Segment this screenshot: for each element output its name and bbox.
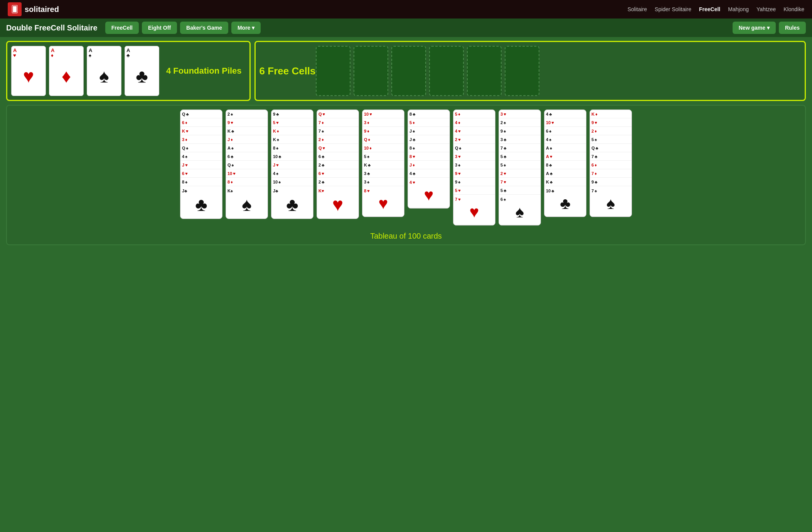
tableau-card[interactable]: 9♥ bbox=[590, 118, 632, 127]
tableau-card[interactable]: Q♠ bbox=[453, 144, 495, 152]
tableau-card[interactable]: 3♦ bbox=[180, 135, 222, 144]
tableau-card[interactable]: 10♣ bbox=[271, 152, 313, 161]
tableau-card[interactable]: A♥ bbox=[544, 152, 586, 161]
tableau-card[interactable]: A♠ bbox=[226, 144, 268, 152]
tableau-card[interactable]: 2♦ bbox=[590, 127, 632, 135]
free-cell-slot-4[interactable] bbox=[429, 46, 464, 96]
tableau-card[interactable]: 5♠ bbox=[590, 135, 632, 144]
column-cards-2[interactable]: 2♠9♥K♣J♦A♠6♣Q♠10♥8♦K♠♠ bbox=[226, 109, 268, 219]
rules-button[interactable]: Rules bbox=[779, 22, 806, 34]
tableau-card[interactable]: 4♣ bbox=[408, 169, 450, 178]
foundation-card-clubs[interactable]: A♣ ♣ bbox=[125, 46, 159, 96]
nav-link-klondike[interactable]: Klondike bbox=[783, 6, 804, 12]
tableau-card[interactable]: Q♣ bbox=[180, 110, 222, 118]
tableau-card[interactable]: 4♠ bbox=[544, 135, 586, 144]
tableau-card[interactable]: J♥ bbox=[271, 161, 313, 169]
tableau-card[interactable]: Q♥ bbox=[317, 144, 359, 152]
tableau-card[interactable]: Q♠ bbox=[226, 161, 268, 169]
tableau-card[interactable]: J♣ bbox=[408, 135, 450, 144]
tableau-card[interactable]: 7♦ bbox=[590, 169, 632, 178]
tableau-card[interactable]: 8♠ bbox=[180, 178, 222, 186]
tableau-card[interactable]: 9♠ bbox=[499, 127, 541, 135]
tableau-card[interactable]: 10♥ bbox=[544, 118, 586, 127]
foundation-card-hearts[interactable]: A♥ ♥ bbox=[11, 46, 46, 96]
tableau-card[interactable]: K♥ bbox=[180, 127, 222, 135]
nav-link-solitaire[interactable]: Solitaire bbox=[627, 6, 647, 12]
tableau-card[interactable]: 7♥♥ bbox=[453, 195, 495, 225]
nav-link-spider[interactable]: Spider Solitaire bbox=[655, 6, 691, 12]
tableau-card[interactable]: 6♠♠ bbox=[499, 195, 541, 225]
freecell-button[interactable]: FreeCell bbox=[105, 22, 139, 34]
tableau-card[interactable]: K♠♠ bbox=[226, 186, 268, 219]
column-cards-3[interactable]: 9♣5♥K♦K♠8♠10♣J♥4♠10♠J♣♣ bbox=[271, 109, 313, 219]
free-cell-slot-3[interactable] bbox=[391, 46, 426, 96]
tableau-card[interactable]: 2♥ bbox=[499, 169, 541, 178]
tableau-card[interactable]: 6♥ bbox=[317, 169, 359, 178]
tableau-card[interactable]: 2♦ bbox=[317, 135, 359, 144]
tableau-card[interactable]: 3♥ bbox=[453, 152, 495, 161]
foundation-card-diamonds[interactable]: A♦ ♦ bbox=[49, 46, 84, 96]
tableau-card[interactable]: 8♥ bbox=[408, 152, 450, 161]
tableau-card[interactable]: 5♠ bbox=[499, 161, 541, 169]
tableau-card[interactable]: 8♣ bbox=[408, 110, 450, 118]
tableau-card[interactable]: 8♠ bbox=[408, 144, 450, 152]
nav-link-freecell[interactable]: FreeCell bbox=[699, 6, 720, 12]
tableau-card[interactable]: 8♥♥ bbox=[362, 186, 404, 217]
tableau-card[interactable]: 7♦ bbox=[317, 118, 359, 127]
tableau-card[interactable]: 5♣ bbox=[499, 186, 541, 195]
tableau-card[interactable]: 10♥ bbox=[362, 110, 404, 118]
tableau-card[interactable]: Q♥ bbox=[317, 110, 359, 118]
tableau-card[interactable]: 4♠ bbox=[180, 152, 222, 161]
tableau-card[interactable]: K♣ bbox=[362, 161, 404, 169]
tableau-card[interactable]: 9♠ bbox=[453, 178, 495, 186]
column-cards-8[interactable]: 3♥2♠9♠3♣7♣5♣5♠2♥7♥5♣6♠♠ bbox=[499, 109, 541, 226]
tableau-card[interactable]: Q♣ bbox=[590, 144, 632, 152]
tableau-card[interactable]: 5♦ bbox=[453, 110, 495, 118]
tableau-card[interactable]: A♠ bbox=[544, 144, 586, 152]
tableau-card[interactable]: 9♣ bbox=[590, 178, 632, 186]
bakersgame-button[interactable]: Baker's Game bbox=[180, 22, 228, 34]
tableau-card[interactable]: Q♦ bbox=[362, 135, 404, 144]
tableau-card[interactable]: 3♠ bbox=[362, 178, 404, 186]
tableau-card[interactable]: 6♦ bbox=[590, 161, 632, 169]
new-game-button[interactable]: New game ▾ bbox=[733, 22, 776, 34]
tableau-card[interactable]: 9♥ bbox=[453, 169, 495, 178]
column-cards-5[interactable]: 10♥3♦9♦Q♦10♦5♠K♣3♣3♠8♥♥ bbox=[362, 109, 404, 217]
tableau-card[interactable]: 6♠ bbox=[544, 127, 586, 135]
tableau-card[interactable]: 4♠ bbox=[271, 169, 313, 178]
tableau-card[interactable]: 4♥♥ bbox=[408, 178, 450, 208]
tableau-card[interactable]: J♠ bbox=[408, 127, 450, 135]
tableau-card[interactable]: J♥ bbox=[180, 161, 222, 169]
free-cell-slot-6[interactable] bbox=[505, 46, 539, 96]
tableau-card[interactable]: 5♥ bbox=[453, 186, 495, 195]
column-cards-7[interactable]: 5♦4♦4♥2♥Q♠3♥3♠9♥9♠5♥7♥♥ bbox=[453, 109, 495, 226]
tableau-card[interactable]: 2♣ bbox=[317, 178, 359, 186]
tableau-card[interactable]: 10♣♣ bbox=[544, 186, 586, 217]
foundation-card-spades[interactable]: A♠ ♠ bbox=[87, 46, 121, 96]
eightoff-button[interactable]: Eight Off bbox=[142, 22, 177, 34]
logo[interactable]: 🂠 solitaired bbox=[8, 2, 59, 16]
free-cell-slot-2[interactable] bbox=[354, 46, 388, 96]
tableau-card[interactable]: 2♠ bbox=[226, 110, 268, 118]
tableau-card[interactable]: 10♠ bbox=[271, 178, 313, 186]
tableau-card[interactable]: K♥♥ bbox=[317, 186, 359, 219]
column-cards-4[interactable]: Q♥7♦7♠2♦Q♥6♣2♣6♥2♣K♥♥ bbox=[317, 109, 359, 219]
tableau-card[interactable]: 6♦ bbox=[180, 118, 222, 127]
tableau-card[interactable]: K♣ bbox=[544, 178, 586, 186]
tableau-card[interactable]: 7♣ bbox=[499, 144, 541, 152]
tableau-card[interactable]: J♦ bbox=[408, 161, 450, 169]
tableau-card[interactable]: 6♥ bbox=[180, 169, 222, 178]
tableau-card[interactable]: 10♥ bbox=[226, 169, 268, 178]
tableau-card[interactable]: 6♣ bbox=[226, 152, 268, 161]
tableau-card[interactable]: 10♦ bbox=[362, 144, 404, 152]
tableau-card[interactable]: J♣♣ bbox=[271, 186, 313, 219]
tableau-card[interactable]: 2♠ bbox=[499, 118, 541, 127]
tableau-card[interactable]: 3♥ bbox=[499, 110, 541, 118]
column-cards-1[interactable]: Q♣6♦K♥3♦Q♠4♠J♥6♥8♠J♣♣ bbox=[180, 109, 222, 219]
column-cards-10[interactable]: K♦9♥2♦5♠Q♣7♣6♦7♦9♣7♠♠ bbox=[590, 109, 632, 217]
tableau-card[interactable]: 9♣ bbox=[271, 110, 313, 118]
tableau-card[interactable]: 3♦ bbox=[362, 118, 404, 127]
tableau-card[interactable]: 6♣ bbox=[317, 152, 359, 161]
tableau-card[interactable]: K♦ bbox=[271, 127, 313, 135]
tableau-card[interactable]: 7♥ bbox=[499, 178, 541, 186]
